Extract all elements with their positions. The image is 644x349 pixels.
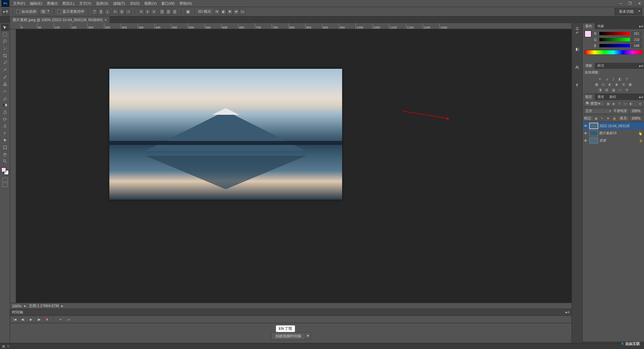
- filter-type-dropdown[interactable]: 🔍 类型 ≑: [584, 101, 605, 106]
- visibility-icon[interactable]: 👁: [584, 124, 588, 128]
- b-value[interactable]: 248: [631, 44, 642, 48]
- zoom-level[interactable]: 100%: [12, 304, 21, 308]
- timeline-tab[interactable]: 时间轴: [12, 310, 23, 315]
- menu-image[interactable]: 图像(I): [45, 0, 60, 7]
- color-lookup-icon[interactable]: ▦: [628, 82, 633, 87]
- healing-brush-tool[interactable]: [1, 66, 9, 73]
- status-dropdown-icon[interactable]: ▸: [61, 304, 63, 308]
- layer-item[interactable]: 👁 背景 🔒: [583, 137, 644, 144]
- menu-filter[interactable]: 滤镜(T): [111, 0, 127, 7]
- menu-layer[interactable]: 图层(L): [60, 0, 76, 7]
- g-value[interactable]: 210: [631, 38, 642, 42]
- lock-pixels-icon[interactable]: ✎: [600, 116, 604, 121]
- audio-icon[interactable]: 🔇: [44, 317, 50, 322]
- 3d-pan-icon[interactable]: ✥: [227, 9, 233, 15]
- close-tab-icon[interactable]: ×: [105, 18, 107, 22]
- sync-icon[interactable]: ↻: [7, 344, 10, 348]
- color-tab[interactable]: 颜色: [583, 23, 595, 29]
- hand-tool[interactable]: [1, 151, 9, 158]
- filter-toggle-icon[interactable]: ⊟: [638, 101, 643, 106]
- align-left-icon[interactable]: ⊢: [112, 9, 118, 15]
- panel-menu-icon[interactable]: ▸≡: [639, 94, 644, 100]
- menu-3d[interactable]: 3D(D): [127, 0, 142, 6]
- r-value[interactable]: 251: [631, 32, 642, 36]
- filter-shape-icon[interactable]: ▭: [623, 101, 628, 106]
- invert-icon[interactable]: ◨: [597, 87, 603, 92]
- align-top-icon[interactable]: ⊤: [92, 9, 98, 15]
- curves-icon[interactable]: ∫: [611, 76, 616, 82]
- exposure-icon[interactable]: ◧: [618, 76, 623, 82]
- distribute-hcenter-icon[interactable]: |||: [165, 9, 171, 15]
- layer-thumbnail[interactable]: [589, 138, 598, 144]
- distribute-right-icon[interactable]: |||: [172, 9, 178, 15]
- menu-select[interactable]: 选择(S): [94, 0, 111, 7]
- standard-mode-icon[interactable]: [2, 178, 8, 182]
- align-bottom-icon[interactable]: ⊥: [104, 9, 110, 15]
- lock-transparent-icon[interactable]: ▦: [594, 116, 598, 121]
- posterize-icon[interactable]: ▤: [604, 87, 609, 92]
- pen-tool[interactable]: [1, 122, 9, 130]
- paragraph-panel-icon[interactable]: ¶: [573, 80, 581, 90]
- zoom-dropdown-icon[interactable]: ▸: [24, 304, 26, 308]
- distribute-top-icon[interactable]: ≡: [138, 9, 144, 15]
- vibrance-icon[interactable]: ▽: [624, 76, 630, 82]
- 3d-roll-icon[interactable]: ◐: [220, 9, 226, 15]
- layer-name[interactable]: 2022-10-04_093128: [599, 124, 643, 128]
- swatches-tab[interactable]: 色板: [595, 23, 607, 29]
- lock-position-icon[interactable]: ✥: [606, 116, 610, 121]
- styles-tab[interactable]: 样式: [595, 63, 607, 69]
- panel-menu-icon[interactable]: ▸≡: [639, 23, 644, 29]
- distribute-vcenter-icon[interactable]: ≡: [145, 9, 151, 15]
- 3d-slide-icon[interactable]: ⇄: [233, 9, 239, 15]
- quickmask-mode-icon[interactable]: [2, 183, 8, 187]
- layer-item[interactable]: 👁 图片素材19 👆: [583, 130, 644, 137]
- selective-color-icon[interactable]: ◔: [624, 87, 630, 92]
- threshold-icon[interactable]: ◪: [611, 87, 616, 92]
- character-panel-icon[interactable]: A|: [573, 62, 581, 72]
- filter-smart-icon[interactable]: ◧: [629, 101, 633, 106]
- gradient-map-icon[interactable]: ▭: [618, 87, 623, 92]
- play-icon[interactable]: ▶: [28, 317, 34, 322]
- clone-stamp-tool[interactable]: [1, 80, 9, 87]
- move-tool[interactable]: [1, 24, 9, 31]
- 3d-orbit-icon[interactable]: ⟳: [214, 9, 220, 15]
- properties-panel-icon[interactable]: ◧: [573, 44, 581, 54]
- layer-thumbnail[interactable]: [589, 123, 598, 129]
- adjustments-tab[interactable]: 调整: [583, 63, 595, 69]
- tool-preset-icon[interactable]: ▸✢: [2, 8, 9, 15]
- menu-edit[interactable]: 编辑(E): [28, 0, 45, 7]
- auto-select-checkbox[interactable]: 自动选择:: [16, 9, 37, 14]
- panel-menu-icon[interactable]: ▸≡: [566, 310, 570, 314]
- layer-item[interactable]: 👁 2022-10-04_093128: [583, 122, 644, 130]
- paths-tab[interactable]: 路径: [607, 94, 619, 100]
- eraser-tool[interactable]: [1, 94, 9, 101]
- auto-select-dropdown[interactable]: 组: [39, 8, 50, 15]
- panel-menu-icon[interactable]: ▸≡: [639, 63, 644, 69]
- align-hcenter-icon[interactable]: ╪: [119, 9, 125, 15]
- layers-tab[interactable]: 图层: [583, 94, 595, 100]
- ime-indicator[interactable]: EN 丁简: [276, 325, 295, 332]
- levels-icon[interactable]: ⊿: [604, 76, 609, 82]
- hue-icon[interactable]: ▦: [594, 82, 599, 87]
- distribute-bottom-icon[interactable]: ≡: [151, 9, 157, 15]
- split-icon[interactable]: ✂: [58, 317, 63, 322]
- channel-mixer-icon[interactable]: ⊞: [621, 82, 626, 87]
- brightness-icon[interactable]: ☀: [597, 76, 603, 82]
- color-spectrum[interactable]: [585, 50, 642, 55]
- magic-wand-tool[interactable]: [1, 45, 9, 52]
- layer-thumbnail[interactable]: [589, 130, 598, 136]
- brush-tool[interactable]: [1, 73, 9, 80]
- r-slider[interactable]: [599, 32, 630, 35]
- workspace-switcher[interactable]: 基本功能: [614, 8, 642, 15]
- filter-type-icon[interactable]: T: [617, 101, 622, 106]
- menu-window[interactable]: 窗口(W): [159, 0, 177, 7]
- lock-all-icon[interactable]: 🔒: [612, 116, 616, 121]
- mini-bridge-icon[interactable]: ▣: [2, 344, 5, 348]
- color-balance-icon[interactable]: ⚖: [601, 82, 606, 87]
- filter-pixel-icon[interactable]: ▦: [606, 101, 610, 106]
- eyedropper-tool[interactable]: [1, 59, 9, 66]
- layer-name[interactable]: 背景: [599, 138, 638, 143]
- bw-icon[interactable]: ◐: [607, 82, 613, 87]
- shape-tool[interactable]: [1, 144, 9, 151]
- 3d-zoom-icon[interactable]: ▭: [239, 9, 246, 15]
